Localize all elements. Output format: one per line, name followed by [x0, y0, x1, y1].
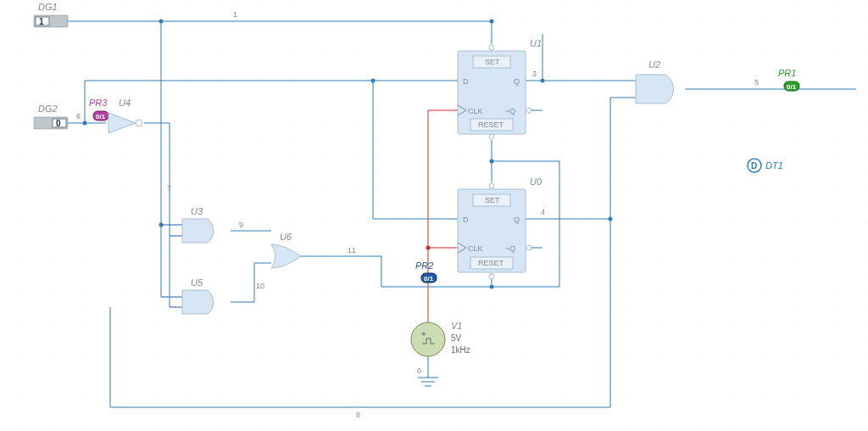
svg-point-25 [136, 120, 142, 126]
dg2-value: 0 [56, 119, 61, 128]
svg-point-9 [489, 183, 494, 188]
u0-nq: ~Q [505, 244, 515, 253]
net-5: 5 [754, 78, 759, 87]
svg-point-33 [411, 322, 445, 356]
pr2-badge: 0/1 [424, 275, 434, 283]
u1-nq: ~Q [505, 107, 515, 115]
net-6: 6 [76, 112, 81, 120]
u0-q: Q [514, 216, 520, 224]
u0-d: D [463, 216, 469, 224]
u1-reset: RESET [478, 120, 504, 129]
pr3-label: PR3 [89, 98, 108, 108]
u0-set: SET [485, 196, 500, 204]
v1-freq: 1kHz [451, 345, 470, 355]
pr1-label: PR1 [778, 68, 796, 78]
u1-q: Q [514, 77, 520, 86]
net-3: 3 [532, 70, 537, 78]
net-4: 4 [541, 208, 545, 216]
pr1-badge: 0/1 [787, 83, 797, 91]
schematic-canvas[interactable]: 9 10 11 3 4 8 [0, 0, 868, 431]
u1-clk: CLK [468, 107, 483, 115]
u0-label: U0 [530, 176, 542, 187]
net-1: 1 [233, 10, 237, 19]
net-7: 7 [167, 184, 171, 193]
dt1-label: DT1 [765, 160, 783, 171]
dg1-value: 1 [39, 17, 44, 26]
svg-point-18 [526, 245, 531, 250]
net-0: 0 [417, 367, 421, 375]
svg-point-17 [526, 108, 531, 113]
net-10: 10 [256, 282, 264, 290]
svg-text:+: + [421, 329, 426, 339]
u1-set: SET [485, 58, 500, 66]
u2-label: U2 [648, 59, 660, 70]
v1-voltage: 5V [451, 333, 462, 343]
u4-label: U4 [119, 98, 131, 108]
svg-point-3 [489, 45, 494, 50]
pr3-badge: 0/1 [96, 113, 106, 120]
pr2-label: PR2 [415, 260, 433, 271]
u0-clk: CLK [468, 244, 483, 253]
net-8: 8 [356, 411, 360, 419]
grid [0, 0, 868, 431]
u0-reset: RESET [478, 259, 504, 267]
dg1-label: DG1 [38, 2, 58, 12]
u5-label: U5 [191, 277, 203, 288]
u1-d: D [463, 77, 469, 86]
u1-label: U1 [530, 38, 542, 48]
u6-label: U6 [280, 232, 292, 242]
svg-point-10 [489, 134, 494, 139]
dg2-label: DG2 [38, 104, 58, 114]
datatip-dt1[interactable]: D DT1 [748, 159, 783, 172]
v1-label: V1 [451, 321, 462, 331]
dt1-letter: D [751, 161, 757, 171]
svg-rect-1 [0, 0, 868, 431]
net-9: 9 [239, 221, 243, 229]
net-11: 11 [348, 246, 356, 255]
svg-point-12 [489, 274, 494, 279]
u3-label: U3 [191, 206, 203, 216]
